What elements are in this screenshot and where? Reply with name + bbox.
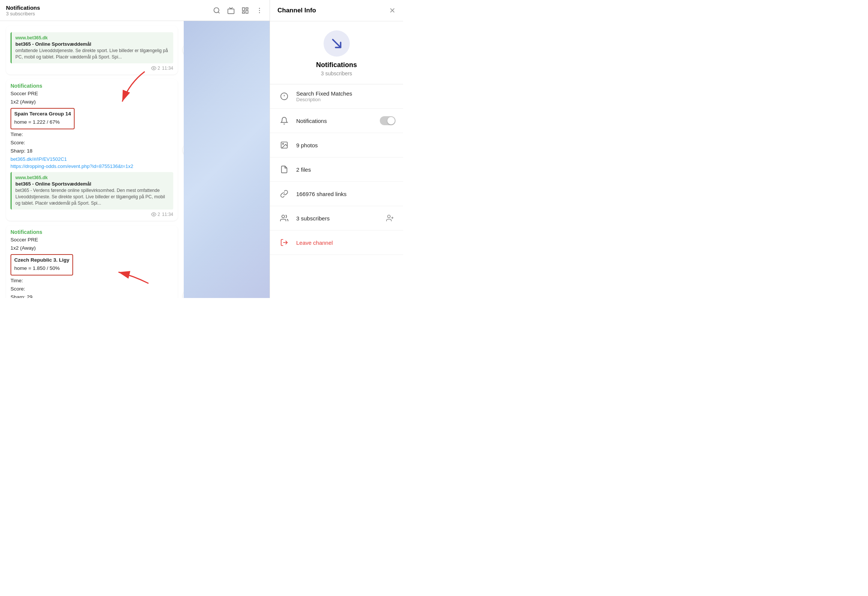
chat-body: www.bet365.dk bet365 - Online Sportsvædd… — [0, 21, 270, 298]
top-preview: www.bet365.dk bet365 - Online Sportsvædd… — [10, 32, 173, 63]
preview-title: bet365 - Online Sportsvæddemål — [15, 41, 169, 47]
svg-point-10 — [153, 214, 155, 215]
top-message-card: www.bet365.dk bet365 - Online Sportsvædd… — [6, 25, 178, 75]
msg2-score-label: Score: — [10, 285, 173, 293]
subscribers-count: 3 subscribers — [296, 215, 384, 222]
msg2-sharp: Sharp: 29 — [10, 294, 173, 298]
chat-header: Notifications 3 subscribers — [0, 0, 270, 21]
description-text: Search Fixed Matches Description — [296, 90, 396, 102]
link-icon — [277, 187, 291, 201]
subscribers-text: 3 subscribers — [296, 215, 384, 222]
shared-links-label: 166976 shared links — [296, 191, 396, 197]
leave-label: Leave channel — [296, 240, 396, 246]
files-item[interactable]: 2 files — [270, 157, 403, 182]
preview-desc: omfattende Liveoddstjeneste. Se direkte … — [15, 48, 169, 60]
channel-info-header: Channel Info ✕ — [270, 0, 403, 21]
shared-links-item[interactable]: 166976 shared links — [270, 182, 403, 206]
subscribers-icon — [277, 211, 291, 225]
header-icons — [213, 6, 264, 15]
add-member-button[interactable] — [384, 213, 396, 224]
notifications-text: Notifications — [296, 118, 380, 124]
messages-area: www.bet365.dk bet365 - Online Sportsvædd… — [0, 21, 184, 298]
chat-subtitle: 3 subscribers — [6, 11, 213, 16]
msg1-preview-desc: bet365 - Verdens førende online spillevi… — [15, 187, 169, 206]
channel-info-panel: Channel Info ✕ Notifications 3 subscribe… — [270, 0, 403, 298]
msg1-link1[interactable]: bet365.dk/#/IP/EV1502C1 — [10, 156, 173, 162]
svg-point-20 — [282, 215, 285, 218]
leave-channel-item[interactable]: Leave channel — [270, 231, 403, 255]
msg2-highlight-line1: Czech Republic 3. Ligy — [14, 256, 69, 264]
svg-rect-5 — [243, 12, 245, 13]
message-card-2: Notifications Soccer PRE 1x2 (Away) Czec… — [6, 225, 178, 298]
msg2-line2: 1x2 (Away) — [10, 244, 173, 252]
description-sublabel: Description — [296, 97, 396, 102]
leave-icon — [277, 236, 291, 249]
photos-text: 9 photos — [296, 142, 396, 148]
description-label: Search Fixed Matches — [296, 90, 396, 97]
svg-rect-3 — [246, 7, 248, 9]
svg-point-8 — [259, 12, 260, 13]
bell-icon — [277, 114, 291, 127]
msg1-highlight: Spain Tercera Group 14 home = 1.222 / 67… — [10, 108, 75, 129]
channel-name: Notifications — [316, 61, 357, 69]
close-icon[interactable]: ✕ — [389, 6, 396, 15]
msg1-preview: www.bet365.dk bet365 - Online Sportsvædd… — [10, 172, 173, 209]
message-views: 2 — [151, 66, 160, 71]
info-icon — [277, 90, 291, 103]
files-label: 2 files — [296, 166, 396, 173]
msg2-highlight-line2: home = 1.850 / 50% — [14, 265, 69, 272]
message-wrapper-1: Notifications Soccer PRE 1x2 (Away) Spai… — [6, 79, 178, 221]
msg2-line1: Soccer PRE — [10, 236, 173, 244]
msg1-line2: 1x2 (Away) — [10, 98, 173, 106]
svg-line-14 — [333, 40, 340, 48]
channel-subscribers-display: 3 subscribers — [321, 70, 352, 76]
msg1-footer: 2 11:34 — [10, 212, 173, 217]
channel-avatar-section: Notifications 3 subscribers — [270, 21, 403, 84]
notifications-label: Notifications — [296, 118, 380, 124]
photos-icon — [277, 138, 291, 152]
msg1-score-label: Score: — [10, 139, 173, 147]
more-icon[interactable] — [255, 6, 264, 15]
files-icon — [277, 163, 291, 176]
notifications-toggle[interactable] — [380, 116, 396, 125]
message-footer: 2 11:34 — [10, 66, 173, 71]
notifications-item[interactable]: Notifications — [270, 109, 403, 133]
svg-rect-2 — [243, 7, 245, 10]
msg1-time: 11:34 — [162, 212, 173, 217]
msg1-link2[interactable]: https://dropping-odds.com/event.php?id=8… — [10, 163, 173, 169]
msg1-sharp: Sharp: 18 — [10, 147, 173, 155]
msg1-preview-site: www.bet365.dk — [15, 175, 169, 180]
search-icon[interactable] — [213, 6, 221, 15]
msg1-highlight-line1: Spain Tercera Group 14 — [14, 110, 71, 118]
msg1-time-label: Time: — [10, 131, 173, 138]
chat-panel: Notifications 3 subscribers — [0, 0, 270, 298]
chat-header-info: Notifications 3 subscribers — [6, 4, 213, 16]
photos-label: 9 photos — [296, 142, 396, 148]
files-text: 2 files — [296, 166, 396, 173]
svg-rect-1 — [228, 9, 234, 13]
shared-links-text: 166976 shared links — [296, 191, 396, 197]
channel-info-list: Search Fixed Matches Description Notific… — [270, 84, 403, 298]
description-item[interactable]: Search Fixed Matches Description — [270, 84, 403, 109]
preview-site: www.bet365.dk — [15, 35, 169, 40]
message-time: 11:34 — [162, 66, 173, 71]
channel-info-title: Channel Info — [277, 7, 316, 14]
channel-avatar — [324, 30, 350, 57]
photos-item[interactable]: 9 photos — [270, 133, 403, 157]
msg2-time-label: Time: — [10, 277, 173, 285]
layout-icon[interactable] — [241, 6, 249, 15]
msg2-sender: Notifications — [10, 229, 173, 235]
chat-title: Notifications — [6, 4, 213, 11]
msg1-preview-title: bet365 - Online Sportsvæddemål — [15, 181, 169, 187]
svg-point-9 — [153, 67, 155, 69]
msg1-line1: Soccer PRE — [10, 90, 173, 97]
svg-point-7 — [259, 10, 260, 11]
msg1-highlight-line2: home = 1.222 / 67% — [14, 118, 71, 126]
msg1-sender: Notifications — [10, 83, 173, 89]
chat-gradient-area — [184, 21, 270, 298]
msg1-views: 2 — [151, 212, 160, 217]
svg-point-21 — [388, 215, 390, 218]
tv-icon[interactable] — [227, 6, 235, 15]
message-wrapper-2: Notifications Soccer PRE 1x2 (Away) Czec… — [6, 225, 178, 298]
svg-point-6 — [259, 7, 260, 9]
